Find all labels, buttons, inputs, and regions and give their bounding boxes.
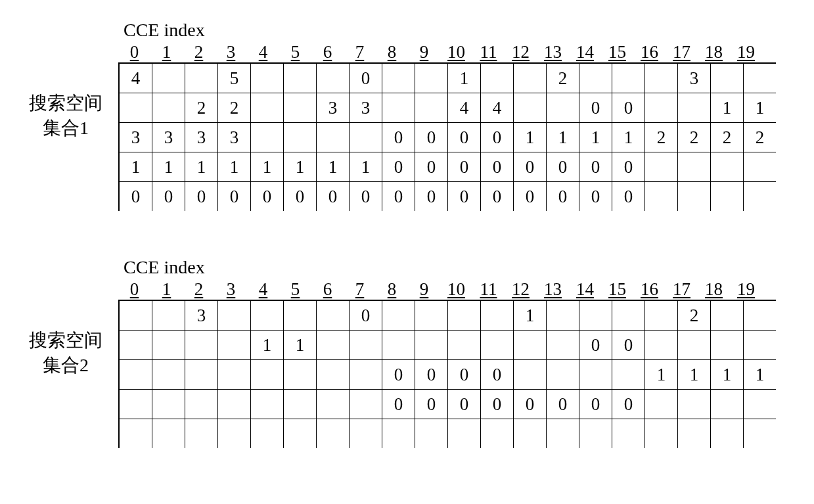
cell xyxy=(645,152,678,182)
cce-index-col-9: 9 xyxy=(408,279,440,300)
cell xyxy=(547,300,579,331)
cell xyxy=(711,390,744,419)
cell: 1 xyxy=(218,152,251,182)
cell xyxy=(350,360,382,390)
search-space-set-2: 搜索空间 集合2 CCE index 012345678910111213141… xyxy=(13,257,801,448)
cell: 4 xyxy=(448,93,481,123)
cell: 0 xyxy=(612,152,645,182)
cce-index-col-3: 3 xyxy=(215,42,247,62)
cell xyxy=(645,390,678,419)
cell: 1 xyxy=(448,63,481,93)
cell xyxy=(744,331,777,360)
cell xyxy=(678,331,711,360)
cell xyxy=(678,152,711,182)
cell xyxy=(415,63,448,93)
cell: 0 xyxy=(415,182,448,212)
cce-index-col-17: 17 xyxy=(666,279,698,300)
cell: 2 xyxy=(185,93,218,123)
cce-index-col-8: 8 xyxy=(376,42,408,62)
cce-index-col-5: 5 xyxy=(279,279,311,300)
cell xyxy=(382,63,415,93)
cell: 0 xyxy=(185,182,218,212)
table-row: 450123 xyxy=(119,63,776,93)
table-row: 00001111 xyxy=(119,360,776,390)
cell xyxy=(481,419,514,449)
cell xyxy=(119,390,152,419)
cell: 0 xyxy=(382,360,415,390)
cce-index-col-18: 18 xyxy=(698,279,730,300)
cell xyxy=(645,419,678,449)
cell xyxy=(119,300,152,331)
cell xyxy=(119,331,152,360)
cell: 0 xyxy=(152,182,185,212)
cell xyxy=(317,300,350,331)
cell xyxy=(218,331,251,360)
cell: 1 xyxy=(350,152,382,182)
cell: 1 xyxy=(645,360,678,390)
cell xyxy=(382,331,415,360)
table-row xyxy=(119,419,776,449)
set1-label-line2: 集合1 xyxy=(13,116,118,141)
cell: 0 xyxy=(514,152,547,182)
cell: 3 xyxy=(317,93,350,123)
cce-index-col-12: 12 xyxy=(505,279,537,300)
cell: 1 xyxy=(579,123,612,152)
cce-index-col-4: 4 xyxy=(247,42,279,62)
cell: 0 xyxy=(481,360,514,390)
cce-index-col-11: 11 xyxy=(472,279,505,300)
cell: 1 xyxy=(547,123,579,152)
cell: 3 xyxy=(152,123,185,152)
cell xyxy=(415,419,448,449)
cell: 0 xyxy=(350,182,382,212)
cell: 1 xyxy=(514,123,547,152)
cce-index-col-3: 3 xyxy=(215,279,247,300)
cell xyxy=(678,93,711,123)
cell xyxy=(448,300,481,331)
cell: 2 xyxy=(711,123,744,152)
set1-label: 搜索空间 集合1 xyxy=(13,91,118,141)
cell xyxy=(185,390,218,419)
cell: 0 xyxy=(448,152,481,182)
cell xyxy=(744,182,777,212)
cell xyxy=(317,419,350,449)
cell: 1 xyxy=(744,93,777,123)
cell xyxy=(514,419,547,449)
table-row: 00000000 xyxy=(119,390,776,419)
cce-index-col-15: 15 xyxy=(601,279,633,300)
cell: 3 xyxy=(678,63,711,93)
cell xyxy=(744,419,777,449)
cell xyxy=(744,300,777,331)
cell: 0 xyxy=(119,182,152,212)
cell xyxy=(119,419,152,449)
cell: 0 xyxy=(382,182,415,212)
cell xyxy=(152,63,185,93)
cell xyxy=(317,390,350,419)
cce-index-col-17: 17 xyxy=(666,42,698,62)
cell: 1 xyxy=(317,152,350,182)
cell: 3 xyxy=(119,123,152,152)
cell xyxy=(317,63,350,93)
cell: 0 xyxy=(481,390,514,419)
cell xyxy=(514,331,547,360)
cell xyxy=(218,360,251,390)
cell: 2 xyxy=(678,300,711,331)
set2-label: 搜索空间 集合2 xyxy=(13,328,118,378)
cell xyxy=(645,93,678,123)
cell xyxy=(645,63,678,93)
cell xyxy=(284,93,317,123)
cell: 0 xyxy=(415,360,448,390)
cell: 1 xyxy=(284,331,317,360)
table-row: 0000000000000000 xyxy=(119,182,776,212)
cce-index-header-1: 012345678910111213141516171819 xyxy=(118,42,776,62)
cell: 3 xyxy=(218,123,251,152)
cell: 0 xyxy=(350,300,382,331)
cell xyxy=(547,331,579,360)
cell xyxy=(448,331,481,360)
set1-grid-wrap: CCE index 012345678910111213141516171819… xyxy=(118,20,776,211)
cell xyxy=(514,360,547,390)
cell: 1 xyxy=(612,123,645,152)
cell: 0 xyxy=(612,182,645,212)
cell xyxy=(481,331,514,360)
cell xyxy=(547,93,579,123)
cce-index-col-1: 1 xyxy=(150,279,183,300)
